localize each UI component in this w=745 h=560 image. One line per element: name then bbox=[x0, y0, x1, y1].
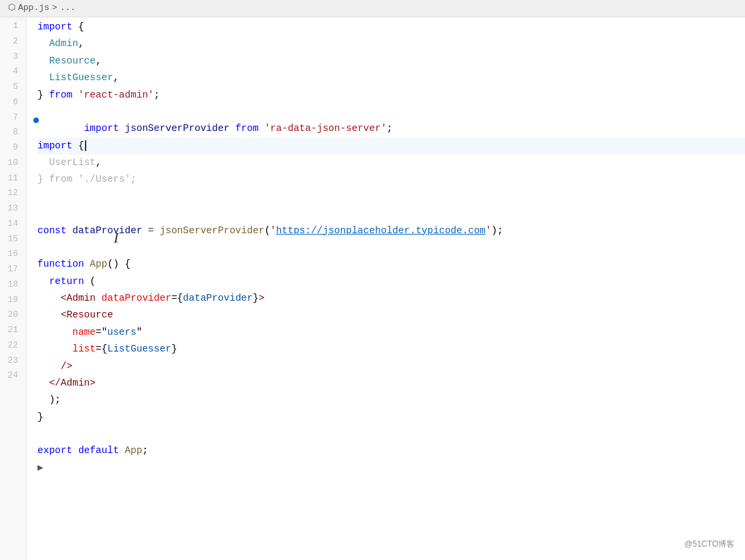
code-line-23 bbox=[37, 426, 745, 442]
line-num-11: 11 bbox=[5, 171, 18, 186]
code-line-19: /> bbox=[37, 358, 745, 375]
breadcrumb-file: App.js bbox=[18, 1, 49, 15]
code-line-3: Resource, bbox=[37, 53, 745, 69]
code-line-4: ListGuesser, bbox=[37, 69, 745, 86]
code-line-22: } bbox=[37, 409, 745, 426]
code-line-8: UserList, bbox=[37, 154, 745, 171]
code-line-12 bbox=[37, 239, 745, 256]
editor-container: ⬡ App.js > ... 1 2 3 4 5 6 7 8 9 10 11 1… bbox=[0, 0, 745, 560]
code-line-2: Admin, bbox=[37, 35, 745, 52]
line-num-19: 19 bbox=[5, 293, 18, 308]
code-area: 1 2 3 4 5 6 7 8 9 10 11 12 13 14 15 16 1… bbox=[0, 17, 745, 560]
code-line-16: <Resource bbox=[37, 307, 745, 323]
line-num-2: 2 bbox=[5, 34, 18, 49]
line-num-18: 18 bbox=[5, 277, 18, 293]
line-num-14: 14 bbox=[5, 217, 18, 232]
line-num-24: 24 bbox=[5, 368, 18, 384]
code-line-11: const dataProvider = jsonServerProvider(… bbox=[37, 223, 745, 239]
line-num-3: 3 bbox=[5, 49, 18, 65]
line-num-8: 8 bbox=[5, 125, 18, 140]
line-num-16: 16 bbox=[5, 247, 18, 262]
line-num-17: 17 bbox=[5, 262, 18, 277]
line-num-22: 22 bbox=[5, 338, 18, 354]
line-num-5: 5 bbox=[5, 80, 18, 95]
line-num-23: 23 bbox=[5, 354, 18, 369]
breadcrumb-separator: > bbox=[52, 1, 58, 15]
breadcrumb: ⬡ App.js > ... bbox=[0, 0, 745, 17]
line-num-12: 12 bbox=[5, 186, 18, 201]
line-num-1: 1 bbox=[5, 19, 18, 34]
line-num-25 bbox=[5, 384, 18, 399]
line-num-13: 13 bbox=[5, 201, 18, 217]
code-line-21: ); bbox=[37, 392, 745, 408]
line-num-10: 10 bbox=[5, 156, 18, 171]
line-numbers: 1 2 3 4 5 6 7 8 9 10 11 12 13 14 15 16 1… bbox=[0, 17, 27, 560]
code-line-25: ▶ bbox=[37, 460, 745, 476]
code-line-7: import { bbox=[37, 138, 745, 154]
code-line-10: I bbox=[37, 188, 745, 223]
code-line-14: return ( bbox=[37, 273, 745, 290]
code-line-13: function App() { bbox=[37, 256, 745, 273]
code-line-6: import jsonServerProvider from 'ra-data-… bbox=[37, 104, 745, 138]
code-line-20: </Admin> bbox=[37, 375, 745, 392]
code-line-5: } from 'react-admin'; bbox=[37, 87, 745, 104]
line-num-4: 4 bbox=[5, 64, 18, 80]
code-line-24: export default App; bbox=[37, 442, 745, 459]
line-num-21: 21 bbox=[5, 323, 18, 338]
code-line-9: } from './Users'; bbox=[37, 171, 745, 188]
line-num-6: 6 bbox=[5, 95, 18, 110]
code-line-17: name="users" bbox=[37, 324, 745, 341]
code-line-15: <Admin dataProvider={dataProvider}> bbox=[37, 290, 745, 307]
line-num-20: 20 bbox=[5, 307, 18, 323]
line-num-15: 15 bbox=[5, 232, 18, 247]
code-line-1: import { bbox=[37, 19, 745, 35]
line-num-7: 7 bbox=[5, 110, 18, 126]
code-content[interactable]: import { Admin, Resource, ListGuesser, }… bbox=[27, 17, 745, 560]
breadcrumb-icon: ⬡ bbox=[8, 1, 15, 15]
watermark: @51CTO博客 bbox=[681, 537, 737, 552]
breadcrumb-context: ... bbox=[60, 1, 76, 15]
line-num-9: 9 bbox=[5, 140, 18, 156]
code-line-18: list={ListGuesser} bbox=[37, 341, 745, 358]
